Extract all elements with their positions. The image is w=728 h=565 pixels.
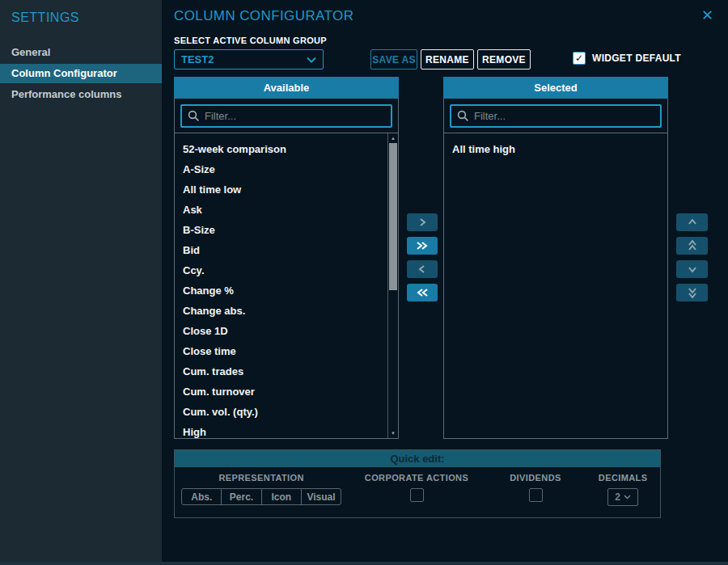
decimals-column: DECIMALS 2 (586, 473, 660, 506)
available-list-item[interactable]: Cum. vol. (qty.) (175, 402, 398, 422)
sidebar-nav: GeneralColumn ConfiguratorPerformance co… (0, 43, 162, 104)
search-icon (457, 110, 469, 122)
sidebar-title: SETTINGS (0, 0, 162, 25)
chevron-down-icon (307, 57, 316, 63)
column-lists-area: Available 52-week comparisonA-SizeAll ti… (174, 77, 728, 439)
page-title: COLUMN CONFIGURATOR (174, 8, 353, 24)
double-chevron-right-icon (416, 241, 429, 251)
move-top-button[interactable] (676, 237, 708, 255)
representation-option[interactable]: Abs. (182, 489, 222, 504)
representation-label: REPRESENTATION (218, 473, 303, 483)
available-list-item[interactable]: Close 1D (175, 321, 398, 341)
available-filter-row (175, 99, 398, 133)
available-filter-input[interactable] (205, 110, 385, 122)
decimals-value: 2 (615, 491, 620, 503)
representation-option[interactable]: Visual (302, 489, 341, 504)
scrollbar-up-icon[interactable]: ▲ (388, 136, 398, 141)
selected-panel: Selected All time high (443, 77, 668, 439)
quick-edit-panel: Quick edit: REPRESENTATION Abs.Perc.Icon… (174, 449, 661, 518)
corporate-actions-column: CORPORATE ACTIONS (348, 473, 485, 506)
column-group-selected-value: TEST2 (181, 53, 214, 65)
representation-option[interactable]: Icon (262, 489, 302, 504)
move-down-button[interactable] (676, 260, 708, 278)
save-as-button[interactable]: SAVE AS (370, 49, 417, 70)
close-icon[interactable]: ✕ (701, 6, 713, 24)
available-list-item[interactable]: Ask (175, 200, 398, 220)
selected-filter-row (444, 99, 667, 133)
chevron-up-icon (688, 218, 697, 226)
widget-default-label: WIDGET DEFAULT (592, 53, 681, 64)
search-icon (188, 110, 200, 122)
sidebar-item[interactable]: Performance columns (0, 85, 162, 104)
scrollbar-thumb[interactable] (389, 143, 397, 290)
decimals-label: DECIMALS (599, 473, 648, 483)
available-list-item[interactable]: Close time (175, 341, 398, 361)
chevron-right-icon (418, 217, 426, 227)
corporate-actions-checkbox[interactable] (410, 488, 424, 502)
dividends-label: DIVIDENDS (510, 473, 561, 483)
available-panel: Available 52-week comparisonA-SizeAll ti… (174, 77, 399, 439)
selected-panel-header: Selected (443, 77, 668, 99)
sidebar-item[interactable]: Column Configurator (0, 64, 162, 83)
representation-column: REPRESENTATION Abs.Perc.IconVisual (175, 473, 348, 506)
double-chevron-left-icon (416, 288, 429, 297)
available-panel-header: Available (174, 77, 399, 99)
widget-default-checkbox[interactable]: ✓ (573, 52, 586, 65)
quick-edit-content: REPRESENTATION Abs.Perc.IconVisual CORPO… (175, 467, 660, 506)
representation-segmented-control: Abs.Perc.IconVisual (181, 488, 341, 505)
available-list-item[interactable]: Cum. trades (175, 361, 398, 382)
dividends-column: DIVIDENDS (485, 473, 586, 506)
available-list-item[interactable]: A-Size (175, 159, 398, 179)
move-left-button[interactable] (407, 260, 438, 278)
decimals-dropdown[interactable]: 2 (607, 488, 638, 506)
double-chevron-up-icon (688, 239, 697, 252)
window-bottom-border (0, 562, 728, 565)
remove-button[interactable]: REMOVE (477, 49, 531, 70)
selected-filter-box (450, 104, 662, 128)
settings-sidebar: SETTINGS GeneralColumn ConfiguratorPerfo… (0, 0, 162, 562)
selected-panel-body: All time high (443, 99, 668, 439)
available-list-item[interactable]: Change abs. (175, 301, 398, 321)
scrollbar-down-icon[interactable]: ▼ (388, 431, 398, 436)
move-right-button[interactable] (407, 213, 438, 231)
available-panel-body: 52-week comparisonA-SizeAll time lowAskB… (174, 99, 399, 439)
representation-option[interactable]: Perc. (222, 489, 261, 504)
double-chevron-down-icon (688, 286, 697, 299)
move-all-left-button[interactable] (407, 284, 438, 301)
widget-default-toggle[interactable]: ✓ WIDGET DEFAULT (573, 52, 681, 65)
chevron-down-icon (624, 495, 631, 500)
move-up-button[interactable] (676, 213, 708, 231)
column-group-dropdown[interactable]: TEST2 (174, 49, 324, 70)
available-list-item[interactable]: All time low (175, 179, 398, 200)
available-list-item[interactable]: 52-week comparison (175, 139, 398, 159)
settings-window: SETTINGS GeneralColumn ConfiguratorPerfo… (0, 0, 728, 565)
available-list-item[interactable]: Bid (175, 240, 398, 260)
available-list: 52-week comparisonA-SizeAll time lowAskB… (175, 133, 398, 438)
active-column-group-label: SELECT ACTIVE COLUMN GROUP (174, 36, 327, 45)
column-configurator-panel: COLUMN CONFIGURATOR ✕ SELECT ACTIVE COLU… (162, 0, 728, 562)
selected-filter-input[interactable] (474, 110, 654, 122)
rename-button[interactable]: RENAME (421, 49, 474, 70)
available-list-item[interactable]: Cum. turnover (175, 382, 398, 402)
chevron-down-icon (688, 265, 697, 273)
dividends-checkbox[interactable] (529, 488, 543, 502)
sidebar-item[interactable]: General (0, 43, 162, 62)
available-list-item[interactable]: Change % (175, 280, 398, 301)
corporate-actions-label: CORPORATE ACTIONS (365, 473, 468, 483)
move-bottom-button[interactable] (676, 284, 708, 301)
available-scrollbar[interactable]: ▲ ▼ (387, 133, 398, 438)
available-filter-box (180, 104, 392, 128)
available-list-item[interactable]: High (175, 422, 398, 438)
chevron-left-icon (418, 264, 426, 274)
available-list-item[interactable]: Ccy. (175, 260, 398, 280)
selected-list-item[interactable]: All time high (444, 139, 667, 159)
move-all-right-button[interactable] (407, 237, 438, 255)
selected-list: All time high (444, 133, 667, 438)
quick-edit-title: Quick edit: (175, 450, 660, 467)
available-list-item[interactable]: B-Size (175, 220, 398, 240)
